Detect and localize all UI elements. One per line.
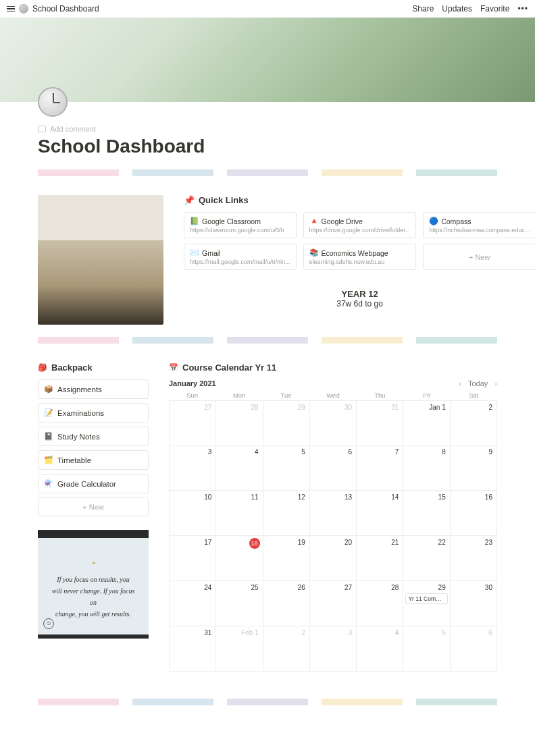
calendar-cell[interactable]: 13 — [310, 491, 357, 536]
calendar-cell[interactable]: 6 — [451, 626, 497, 672]
backpack-item-icon: 📦 — [44, 385, 53, 394]
calendar-cell[interactable]: 20 — [310, 536, 357, 581]
calendar-cell[interactable]: 9 — [451, 446, 497, 491]
updates-button[interactable]: Updates — [442, 4, 472, 14]
backpack-item[interactable]: ⚗️Grade Calculator — [38, 474, 149, 493]
calendar-cell[interactable]: 4 — [357, 626, 403, 672]
calendar-cell[interactable]: 29Yr 11 Commenc... — [403, 581, 450, 626]
calendar-cell[interactable]: 28 — [216, 400, 263, 446]
favorite-button[interactable]: Favorite — [480, 4, 509, 14]
calendar-cell[interactable]: 2 — [263, 626, 310, 672]
quicklink-title: Gmail — [202, 249, 220, 257]
calendar-cell[interactable]: 29 — [263, 400, 310, 446]
sidebar-toggle-icon[interactable] — [7, 6, 15, 12]
calendar-day-number: 2 — [301, 629, 305, 637]
calendar-cell[interactable]: 6 — [310, 446, 357, 491]
calendar-cell[interactable]: 11 — [216, 491, 263, 536]
calendar-cell[interactable]: 30 — [310, 400, 357, 446]
calendar-day-number: 15 — [438, 493, 446, 501]
calendar-cell[interactable]: 22 — [403, 536, 450, 581]
backpack-item-label: Study Notes — [57, 433, 100, 441]
calendar-heading[interactable]: 📅 Course Calendar Yr 11 — [169, 362, 497, 373]
add-comment-label: Add comment — [50, 125, 96, 133]
calendar-cell[interactable]: 26 — [263, 581, 310, 626]
calendar-day-number: 28 — [251, 404, 258, 411]
quicklink-url: https://drive.google.com/drive/folder... — [309, 227, 411, 234]
quicklink-url: https://classroom.google.com/u/0/h — [190, 227, 290, 234]
calendar-cell[interactable]: Jan 1 — [403, 400, 450, 446]
calendar-cell[interactable]: 8 — [403, 446, 450, 491]
calendar-cell[interactable]: 3 — [170, 446, 216, 491]
quote-line: change, you will get results. — [49, 608, 138, 620]
calendar-cell[interactable]: 5 — [403, 626, 450, 672]
calendar-cell[interactable]: 7 — [357, 446, 403, 491]
calendar-day-number: 14 — [391, 493, 399, 501]
backpack-item[interactable]: 🗂️Timetable — [38, 450, 149, 470]
share-button[interactable]: Share — [412, 4, 434, 14]
link-icon: ✉️ — [190, 248, 199, 257]
calendar-cell[interactable]: 19 — [263, 536, 310, 581]
quicklink-card[interactable]: 🔺Google Drivehttps://drive.google.com/dr… — [303, 212, 417, 238]
calendar-cell[interactable]: 17 — [170, 536, 216, 581]
quicklink-title: Economics Webpage — [322, 249, 388, 257]
calendar-day-number: 4 — [255, 448, 259, 456]
calendar-cell[interactable]: 10 — [170, 491, 216, 536]
backpack-item[interactable]: 📓Study Notes — [38, 427, 149, 446]
calendar-prev-button[interactable]: ‹ — [459, 379, 461, 387]
backpack-item[interactable]: 📝Examinations — [38, 403, 149, 423]
calendar-cell[interactable]: 16 — [451, 491, 497, 536]
calendar-cell[interactable]: 14 — [357, 491, 403, 536]
pin-icon: 📌 — [184, 195, 195, 205]
calendar-cell[interactable]: 15 — [403, 491, 450, 536]
quicklink-card[interactable]: 🔵Compasshttps://nchsdow-nsw.compass.educ… — [423, 212, 535, 238]
calendar-dow: Thu — [357, 392, 403, 399]
calendar-cell[interactable]: 30 — [451, 581, 497, 626]
calendar-day-number: 17 — [204, 539, 211, 546]
more-icon[interactable]: ••• — [517, 4, 528, 14]
calendar-cell[interactable]: 3 — [310, 626, 357, 672]
calendar-cell[interactable]: 28 — [357, 581, 403, 626]
breadcrumb-title[interactable]: School Dashboard — [32, 4, 99, 14]
cover-image[interactable] — [0, 18, 535, 102]
calendar-cell[interactable]: Feb 1 — [216, 626, 263, 672]
page-icon-clock[interactable] — [38, 87, 68, 117]
backpack-item[interactable]: 📦Assignments — [38, 379, 149, 399]
backpack-heading: 🎒 Backpack — [38, 362, 149, 373]
calendar-cell[interactable]: 21 — [357, 536, 403, 581]
calendar-day-number: 20 — [345, 539, 352, 546]
backpack-new-button[interactable]: + New — [38, 497, 149, 516]
calendar-cell[interactable]: 2 — [451, 400, 497, 446]
calendar-cell[interactable]: 25 — [216, 581, 263, 626]
backpack-icon: 🎒 — [38, 363, 47, 372]
calendar-cell[interactable]: 4 — [216, 446, 263, 491]
calendar-day-number: 3 — [208, 448, 212, 456]
quicklink-title: Google Drive — [322, 217, 363, 225]
link-icon: 🔺 — [309, 217, 319, 225]
calendar-cell[interactable]: 31 — [357, 400, 403, 446]
calendar-today-button[interactable]: Today — [468, 379, 488, 387]
quicklink-card[interactable]: 📚Economics Webpageelearning.sdehs.nsw.ed… — [303, 244, 417, 270]
quicklink-url: https://nchsdow-nsw.compass.educ... — [429, 227, 530, 234]
quicklink-card[interactable]: 📗Google Classroomhttps://classroom.googl… — [184, 212, 297, 238]
calendar-day-number: 24 — [204, 584, 211, 591]
calendar-event[interactable]: Yr 11 Commenc... — [405, 593, 447, 604]
calendar-next-button[interactable]: › — [494, 379, 497, 387]
quicklink-card[interactable]: ✉️Gmailhttps://mail.google.com/mail/u/0/… — [184, 244, 297, 270]
quicklink-new-button[interactable]: + New — [423, 244, 535, 270]
calendar-day-number: 6 — [349, 448, 353, 456]
calendar-cell[interactable]: 27 — [170, 400, 216, 446]
calendar-cell[interactable]: 12 — [263, 491, 310, 536]
calendar-cell[interactable]: 27 — [310, 581, 357, 626]
desk-photo — [38, 195, 163, 325]
calendar-cell[interactable]: 31 — [170, 626, 216, 672]
add-comment-button[interactable]: Add comment — [38, 125, 497, 133]
calendar-day-number: 9 — [488, 448, 492, 456]
calendar-today-badge: 18 — [249, 538, 260, 549]
calendar-cell[interactable]: 18 — [216, 536, 263, 581]
calendar-cell[interactable]: 24 — [170, 581, 216, 626]
calendar-cell[interactable]: 5 — [263, 446, 310, 491]
calendar-day-number: 29 — [298, 404, 305, 411]
backpack-item-label: Grade Calculator — [57, 480, 116, 488]
quicklink-title: Google Classroom — [202, 217, 261, 225]
calendar-cell[interactable]: 23 — [451, 536, 497, 581]
